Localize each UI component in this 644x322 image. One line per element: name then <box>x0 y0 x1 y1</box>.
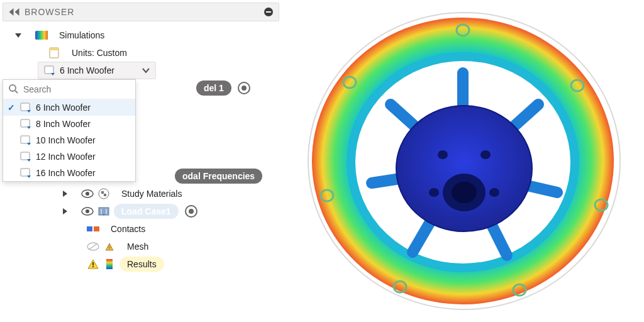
document-icon <box>48 48 60 58</box>
svg-rect-15 <box>21 136 30 143</box>
svg-rect-42 <box>106 259 113 269</box>
dropdown-search-input[interactable] <box>22 84 135 95</box>
browser-panel: BROWSER Simulations <box>0 0 282 322</box>
config-option[interactable]: 16 Inch Woofer <box>3 165 135 181</box>
svg-rect-3 <box>266 11 271 13</box>
svg-rect-40 <box>92 262 94 265</box>
svg-line-35 <box>89 243 97 250</box>
tree-label: Units: Custom <box>64 45 135 60</box>
svg-marker-14 <box>27 126 31 129</box>
config-icon <box>19 119 32 129</box>
svg-point-60 <box>489 188 499 197</box>
config-option-label: 16 Inch Woofer <box>36 168 96 178</box>
svg-rect-7 <box>45 66 53 74</box>
svg-point-9 <box>9 85 16 91</box>
tree-label: Results <box>119 257 164 272</box>
study-radio[interactable] <box>238 82 250 94</box>
warning-icon <box>87 259 99 269</box>
svg-marker-1 <box>15 8 19 16</box>
svg-point-54 <box>396 106 532 231</box>
svg-marker-20 <box>27 175 31 178</box>
tree-item-results[interactable]: Results <box>3 255 279 273</box>
modal-frequencies-chip: odal Frequencies <box>175 169 262 184</box>
svg-rect-41 <box>92 266 94 267</box>
config-icon <box>19 152 32 162</box>
svg-rect-33 <box>94 226 99 231</box>
svg-rect-24 <box>101 191 104 194</box>
svg-point-59 <box>480 150 491 159</box>
load-icon <box>97 206 110 216</box>
tree-item-load-case[interactable]: Load Case1 <box>3 203 279 220</box>
config-icon <box>19 103 32 113</box>
svg-line-10 <box>15 91 18 93</box>
svg-rect-6 <box>50 48 58 50</box>
config-selected-label: 6 Inch Woofer <box>60 65 114 75</box>
config-option-label: 6 Inch Woofer <box>36 103 91 113</box>
tree-label: Simulations <box>52 28 112 43</box>
config-option[interactable]: 8 Inch Woofer <box>3 116 135 132</box>
search-icon <box>8 84 18 96</box>
svg-marker-16 <box>27 143 31 145</box>
svg-rect-19 <box>21 169 30 176</box>
config-icon <box>19 168 32 178</box>
expand-icon[interactable] <box>63 191 67 197</box>
visibility-on-icon[interactable] <box>81 207 94 216</box>
contacts-icon <box>87 224 99 234</box>
checker-icon <box>97 189 110 199</box>
config-option-label: 8 Inch Woofer <box>36 119 91 129</box>
visibility-on-icon[interactable] <box>81 189 94 198</box>
config-option-label: 12 Inch Woofer <box>36 152 96 162</box>
svg-rect-11 <box>21 103 30 111</box>
dropdown-search <box>3 80 135 99</box>
config-icon <box>19 135 32 145</box>
svg-point-27 <box>86 209 89 213</box>
svg-point-61 <box>429 188 439 197</box>
expand-icon[interactable] <box>15 33 21 38</box>
svg-rect-25 <box>104 194 106 196</box>
minimize-icon[interactable] <box>264 7 274 17</box>
svg-marker-0 <box>9 8 14 16</box>
svg-rect-32 <box>87 226 92 231</box>
load-case-chip[interactable]: Load Case1 <box>114 204 179 219</box>
svg-point-58 <box>438 150 448 159</box>
svg-rect-4 <box>35 31 48 40</box>
tree-label: Contacts <box>103 221 153 236</box>
config-dropdown: ✓6 Inch Woofer8 Inch Woofer10 Inch Woofe… <box>3 79 136 182</box>
tree-item-units[interactable]: Units: Custom <box>3 44 279 62</box>
config-option[interactable]: 10 Inch Woofer <box>3 132 135 148</box>
config-dropdown-trigger[interactable]: 6 Inch Woofer <box>38 62 156 79</box>
config-icon <box>43 65 56 75</box>
svg-marker-12 <box>27 110 31 113</box>
study-chip[interactable]: del 1 <box>196 80 231 96</box>
config-selector-row: 6 Inch Woofer ✓6 Inch Woofer8 Inch Woofe… <box>3 62 279 79</box>
simulation-icon <box>35 30 48 40</box>
load-case-radio[interactable] <box>185 205 197 218</box>
simulation-tree: Simulations Units: Custom 6 Inch Woofer <box>3 21 279 273</box>
tree-item-mesh[interactable]: Mesh <box>3 238 279 255</box>
browser-title: BROWSER <box>25 7 74 17</box>
expand-icon[interactable] <box>63 208 67 214</box>
svg-marker-8 <box>51 73 55 75</box>
svg-marker-18 <box>27 159 31 162</box>
visibility-off-icon[interactable] <box>87 242 99 251</box>
check-icon: ✓ <box>7 103 16 113</box>
tree-root-simulations[interactable]: Simulations <box>3 26 279 44</box>
collapse-icon[interactable] <box>8 8 19 16</box>
tree-item-contacts[interactable]: Contacts <box>3 220 279 238</box>
viewport-3d[interactable] <box>282 0 644 322</box>
results-icon <box>103 259 116 269</box>
mesh-icon <box>103 242 116 252</box>
chevron-down-icon <box>142 65 150 75</box>
svg-point-57 <box>452 182 477 203</box>
config-option-label: 10 Inch Woofer <box>36 135 96 145</box>
svg-rect-17 <box>21 152 30 160</box>
tree-label: Mesh <box>119 239 156 254</box>
simulation-result-render <box>282 0 644 322</box>
tree-item-study-materials[interactable]: Study Materials <box>3 185 279 203</box>
browser-header: BROWSER <box>3 3 279 21</box>
tree-label: Study Materials <box>114 186 189 201</box>
svg-point-22 <box>86 192 89 196</box>
svg-rect-13 <box>21 119 30 127</box>
config-option[interactable]: 12 Inch Woofer <box>3 148 135 165</box>
config-option[interactable]: ✓6 Inch Woofer <box>3 99 135 116</box>
